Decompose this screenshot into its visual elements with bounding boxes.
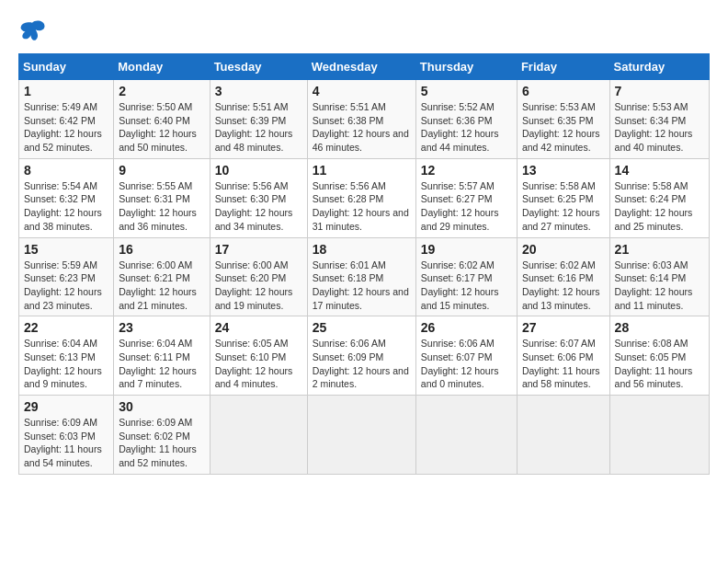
day-number: 24	[215, 320, 302, 335]
calendar-cell: 14Sunrise: 5:58 AMSunset: 6:24 PMDayligh…	[609, 158, 709, 237]
calendar-cell: 17Sunrise: 6:00 AMSunset: 6:20 PMDayligh…	[210, 237, 307, 316]
calendar-week-2: 8Sunrise: 5:54 AMSunset: 6:32 PMDaylight…	[19, 158, 710, 237]
day-number: 28	[615, 320, 704, 335]
day-info: Sunrise: 6:09 AMSunset: 6:03 PMDaylight:…	[24, 416, 108, 470]
day-info: Sunrise: 6:06 AMSunset: 6:07 PMDaylight:…	[421, 337, 512, 391]
calendar-header-sunday: Sunday	[19, 54, 114, 80]
day-info: Sunrise: 5:52 AMSunset: 6:36 PMDaylight:…	[421, 100, 512, 155]
day-info: Sunrise: 6:04 AMSunset: 6:13 PMDaylight:…	[24, 337, 108, 391]
day-number: 23	[119, 320, 204, 335]
calendar-week-3: 15Sunrise: 5:59 AMSunset: 6:23 PMDayligh…	[19, 237, 710, 316]
day-info: Sunrise: 5:51 AMSunset: 6:39 PMDaylight:…	[215, 100, 302, 155]
logo	[18, 18, 50, 44]
header	[18, 18, 710, 44]
day-info: Sunrise: 5:50 AMSunset: 6:40 PMDaylight:…	[119, 100, 204, 155]
day-number: 18	[313, 242, 411, 257]
calendar-cell: 1Sunrise: 5:49 AMSunset: 6:42 PMDaylight…	[19, 80, 114, 159]
calendar-header-wednesday: Wednesday	[307, 54, 415, 80]
calendar-cell	[307, 396, 415, 475]
calendar-cell: 11Sunrise: 5:56 AMSunset: 6:28 PMDayligh…	[307, 158, 415, 237]
day-number: 12	[421, 163, 512, 178]
day-info: Sunrise: 5:58 AMSunset: 6:24 PMDaylight:…	[615, 179, 704, 234]
calendar-cell: 30Sunrise: 6:09 AMSunset: 6:02 PMDayligh…	[114, 396, 210, 475]
day-info: Sunrise: 6:04 AMSunset: 6:11 PMDaylight:…	[119, 337, 204, 391]
calendar-cell: 2Sunrise: 5:50 AMSunset: 6:40 PMDaylight…	[114, 80, 210, 159]
calendar-cell: 15Sunrise: 5:59 AMSunset: 6:23 PMDayligh…	[19, 237, 114, 316]
day-number: 13	[522, 163, 605, 178]
day-number: 26	[421, 320, 512, 335]
day-info: Sunrise: 5:57 AMSunset: 6:27 PMDaylight:…	[421, 179, 512, 234]
day-number: 10	[215, 163, 302, 178]
day-info: Sunrise: 6:01 AMSunset: 6:18 PMDaylight:…	[313, 259, 411, 313]
day-info: Sunrise: 6:06 AMSunset: 6:09 PMDaylight:…	[313, 337, 411, 391]
calendar-cell: 8Sunrise: 5:54 AMSunset: 6:32 PMDaylight…	[19, 158, 114, 237]
day-number: 9	[119, 163, 204, 178]
calendar-cell: 26Sunrise: 6:06 AMSunset: 6:07 PMDayligh…	[415, 316, 517, 396]
day-number: 1	[24, 84, 108, 98]
calendar-cell: 25Sunrise: 6:06 AMSunset: 6:09 PMDayligh…	[307, 316, 415, 396]
day-info: Sunrise: 5:53 AMSunset: 6:34 PMDaylight:…	[615, 100, 704, 155]
day-info: Sunrise: 5:59 AMSunset: 6:23 PMDaylight:…	[24, 259, 108, 313]
calendar-body: 1Sunrise: 5:49 AMSunset: 6:42 PMDaylight…	[19, 80, 710, 475]
day-number: 22	[24, 320, 108, 335]
calendar-header-monday: Monday	[114, 54, 210, 80]
calendar-cell: 24Sunrise: 6:05 AMSunset: 6:10 PMDayligh…	[210, 316, 307, 396]
day-info: Sunrise: 5:53 AMSunset: 6:35 PMDaylight:…	[522, 100, 605, 155]
day-info: Sunrise: 6:03 AMSunset: 6:14 PMDaylight:…	[615, 259, 704, 313]
calendar-cell	[517, 396, 609, 475]
day-info: Sunrise: 6:00 AMSunset: 6:21 PMDaylight:…	[119, 259, 204, 313]
day-number: 5	[421, 84, 512, 98]
calendar-cell	[210, 396, 307, 475]
day-number: 17	[215, 242, 302, 257]
calendar-cell: 19Sunrise: 6:02 AMSunset: 6:17 PMDayligh…	[415, 237, 517, 316]
calendar-cell: 9Sunrise: 5:55 AMSunset: 6:31 PMDaylight…	[114, 158, 210, 237]
calendar-header-thursday: Thursday	[415, 54, 517, 80]
calendar-week-5: 29Sunrise: 6:09 AMSunset: 6:03 PMDayligh…	[19, 396, 710, 475]
calendar-cell	[415, 396, 517, 475]
calendar-cell: 16Sunrise: 6:00 AMSunset: 6:21 PMDayligh…	[114, 237, 210, 316]
day-number: 7	[615, 84, 704, 98]
day-number: 3	[215, 84, 302, 98]
day-info: Sunrise: 5:54 AMSunset: 6:32 PMDaylight:…	[24, 179, 108, 234]
calendar-cell: 20Sunrise: 6:02 AMSunset: 6:16 PMDayligh…	[517, 237, 609, 316]
calendar-header-tuesday: Tuesday	[210, 54, 307, 80]
day-number: 20	[522, 242, 605, 257]
day-info: Sunrise: 5:58 AMSunset: 6:25 PMDaylight:…	[522, 179, 605, 234]
calendar-header-friday: Friday	[517, 54, 609, 80]
day-info: Sunrise: 5:51 AMSunset: 6:38 PMDaylight:…	[313, 100, 411, 155]
day-number: 2	[119, 84, 204, 98]
day-info: Sunrise: 5:56 AMSunset: 6:30 PMDaylight:…	[215, 179, 302, 234]
calendar-cell: 22Sunrise: 6:04 AMSunset: 6:13 PMDayligh…	[19, 316, 114, 396]
calendar-cell: 23Sunrise: 6:04 AMSunset: 6:11 PMDayligh…	[114, 316, 210, 396]
day-number: 4	[313, 84, 411, 98]
calendar-week-4: 22Sunrise: 6:04 AMSunset: 6:13 PMDayligh…	[19, 316, 710, 396]
calendar-header-row: SundayMondayTuesdayWednesdayThursdayFrid…	[19, 54, 710, 80]
calendar-table: SundayMondayTuesdayWednesdayThursdayFrid…	[18, 53, 710, 475]
calendar-header-saturday: Saturday	[609, 54, 709, 80]
calendar-cell: 28Sunrise: 6:08 AMSunset: 6:05 PMDayligh…	[609, 316, 709, 396]
day-number: 6	[522, 84, 605, 98]
day-number: 21	[615, 242, 704, 257]
day-info: Sunrise: 6:00 AMSunset: 6:20 PMDaylight:…	[215, 259, 302, 313]
calendar-cell: 6Sunrise: 5:53 AMSunset: 6:35 PMDaylight…	[517, 80, 609, 159]
day-number: 11	[313, 163, 411, 178]
calendar-cell: 21Sunrise: 6:03 AMSunset: 6:14 PMDayligh…	[609, 237, 709, 316]
calendar-cell: 10Sunrise: 5:56 AMSunset: 6:30 PMDayligh…	[210, 158, 307, 237]
day-number: 14	[615, 163, 704, 178]
day-info: Sunrise: 6:02 AMSunset: 6:17 PMDaylight:…	[421, 259, 512, 313]
day-info: Sunrise: 6:07 AMSunset: 6:06 PMDaylight:…	[522, 337, 605, 391]
day-number: 8	[24, 163, 108, 178]
calendar-cell: 12Sunrise: 5:57 AMSunset: 6:27 PMDayligh…	[415, 158, 517, 237]
day-info: Sunrise: 5:56 AMSunset: 6:28 PMDaylight:…	[313, 179, 411, 234]
day-number: 16	[119, 242, 204, 257]
logo-icon	[18, 18, 46, 44]
calendar-cell	[609, 396, 709, 475]
day-number: 15	[24, 242, 108, 257]
day-number: 19	[421, 242, 512, 257]
calendar-cell: 7Sunrise: 5:53 AMSunset: 6:34 PMDaylight…	[609, 80, 709, 159]
day-info: Sunrise: 6:05 AMSunset: 6:10 PMDaylight:…	[215, 337, 302, 391]
calendar-cell: 5Sunrise: 5:52 AMSunset: 6:36 PMDaylight…	[415, 80, 517, 159]
calendar-cell: 27Sunrise: 6:07 AMSunset: 6:06 PMDayligh…	[517, 316, 609, 396]
day-info: Sunrise: 5:49 AMSunset: 6:42 PMDaylight:…	[24, 100, 108, 155]
calendar-cell: 3Sunrise: 5:51 AMSunset: 6:39 PMDaylight…	[210, 80, 307, 159]
